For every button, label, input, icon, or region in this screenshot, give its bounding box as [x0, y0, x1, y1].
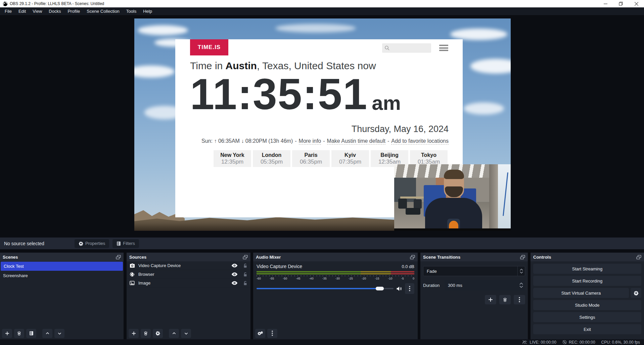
- duration-input[interactable]: 300 ms: [445, 280, 525, 290]
- unlock-icon[interactable]: [243, 263, 247, 268]
- scene-item-screenshare[interactable]: Screenshare: [0, 271, 124, 280]
- close-button[interactable]: [629, 0, 644, 7]
- rec-timer: REC: 00:00:00: [569, 340, 595, 345]
- scenes-list: Clock Test Screenshare: [0, 262, 124, 280]
- filters-button[interactable]: Filters: [112, 239, 139, 248]
- minimize-button[interactable]: [598, 0, 613, 7]
- sun-times: Sun: ↑ 06:35AM ↓ 08:20PM (13h 46m): [201, 138, 293, 144]
- popout-icon[interactable]: [116, 255, 121, 259]
- mixer-options-button[interactable]: [405, 283, 414, 294]
- timeis-clock: 11:35:51 am: [190, 72, 401, 116]
- sources-header: Sources: [127, 253, 250, 261]
- start-recording-button[interactable]: Start Recording: [533, 276, 641, 286]
- separator: -: [295, 138, 296, 144]
- exit-button[interactable]: Exit: [533, 324, 641, 334]
- virtual-camera-settings-button[interactable]: [631, 288, 641, 298]
- dots-vertical-icon: [409, 286, 410, 291]
- start-streaming-button[interactable]: Start Streaming: [533, 264, 641, 274]
- start-virtual-camera-button[interactable]: Start Virtual Camera: [533, 288, 629, 298]
- dots-vertical-icon: [272, 331, 273, 336]
- source-toolbar: No source selected Properties Filters: [0, 238, 644, 249]
- live-timer: LIVE: 00:00:00: [530, 340, 556, 345]
- cloud-decoration: [470, 59, 511, 74]
- move-source-down-button[interactable]: [181, 329, 191, 338]
- cpu-fps-stats: CPU: 0.6%, 30.00 fps: [601, 340, 640, 345]
- move-scene-down-button[interactable]: [54, 329, 64, 338]
- source-row-video-capture[interactable]: Video Capture Device: [127, 261, 250, 270]
- program-preview[interactable]: TIME.IS Time in Austin, Texas, United St…: [134, 18, 511, 231]
- restore-button[interactable]: [613, 0, 629, 7]
- gear-icon: [155, 331, 160, 336]
- mixer-channel: Video Capture Device 0.0 dB -60-55-50-45…: [253, 261, 418, 294]
- controls-title: Controls: [533, 255, 551, 260]
- more-info-link: More info: [299, 138, 321, 144]
- scene-transitions-panel: Scene Transitions Fade Duration 300 ms: [420, 253, 528, 339]
- volume-slider[interactable]: [257, 288, 394, 289]
- mixer-menu-button[interactable]: [267, 329, 277, 338]
- menu-profile[interactable]: Profile: [64, 7, 83, 15]
- city-box: Paris06:35pm: [292, 150, 330, 167]
- popout-icon[interactable]: [410, 255, 415, 259]
- menu-help[interactable]: Help: [140, 7, 155, 15]
- move-scene-up-button[interactable]: [42, 329, 52, 338]
- cloud-decoration: [450, 29, 507, 40]
- cloud-decoration: [138, 25, 188, 35]
- window-titlebar: OBS 29.1.2 - Profile: LLHLS BETA - Scene…: [0, 0, 644, 7]
- menu-docks[interactable]: Docks: [45, 7, 64, 15]
- transition-select[interactable]: Fade: [423, 266, 525, 276]
- dots-vertical-icon: [519, 297, 520, 302]
- transition-properties-button[interactable]: [514, 295, 525, 304]
- audio-mixer-header: Audio Mixer: [253, 253, 418, 261]
- popout-icon[interactable]: [636, 255, 641, 259]
- select-spinner[interactable]: [517, 266, 525, 276]
- menu-scene-collection[interactable]: Scene Collection: [83, 7, 123, 15]
- record-inactive-icon: [562, 340, 567, 344]
- advanced-audio-button[interactable]: [255, 329, 265, 338]
- scene-item-clock-test[interactable]: Clock Test: [1, 262, 123, 271]
- webcam-chair: [406, 208, 420, 215]
- remove-scene-button[interactable]: [14, 329, 24, 338]
- source-properties-button[interactable]: [153, 329, 163, 338]
- webcam-chair: [414, 199, 422, 209]
- remove-source-button[interactable]: [141, 329, 151, 338]
- visibility-eye-icon[interactable]: [231, 263, 238, 268]
- add-transition-button[interactable]: [485, 295, 496, 304]
- sources-title: Sources: [129, 255, 146, 260]
- webcam-pillar: [489, 164, 498, 228]
- source-row-browser[interactable]: Browser: [127, 270, 250, 279]
- popout-icon[interactable]: [243, 255, 248, 259]
- menu-file[interactable]: File: [1, 7, 15, 15]
- chevron-down-icon: [184, 331, 188, 336]
- city-box: New York12:35pm: [214, 150, 251, 167]
- preview-area: TIME.IS Time in Austin, Texas, United St…: [0, 15, 644, 238]
- menu-view[interactable]: View: [29, 7, 45, 15]
- menu-edit[interactable]: Edit: [15, 7, 29, 15]
- unlock-icon[interactable]: [243, 272, 247, 277]
- controls-header: Controls: [531, 253, 644, 261]
- settings-button[interactable]: Settings: [533, 312, 641, 322]
- scene-filters-button[interactable]: [26, 329, 36, 338]
- source-row-image[interactable]: Image: [127, 279, 250, 288]
- popout-icon[interactable]: [520, 255, 525, 259]
- move-source-up-button[interactable]: [169, 329, 179, 338]
- status-bar: LIVE: 00:00:00 REC: 00:00:00 CPU: 0.6%, …: [0, 339, 644, 345]
- properties-button[interactable]: Properties: [75, 239, 109, 248]
- scenes-header: Scenes: [0, 253, 124, 261]
- unlock-icon[interactable]: [243, 281, 247, 286]
- add-scene-button[interactable]: [2, 329, 12, 338]
- speaker-icon[interactable]: [396, 286, 402, 291]
- studio-mode-button[interactable]: Studio Mode: [533, 300, 641, 310]
- menu-tools[interactable]: Tools: [123, 7, 140, 15]
- chevron-down-icon: [520, 271, 523, 273]
- city-box: Kyiv07:35pm: [331, 150, 369, 167]
- visibility-eye-icon[interactable]: [231, 272, 238, 276]
- filters-label: Filters: [123, 241, 135, 246]
- visibility-eye-icon[interactable]: [231, 281, 238, 285]
- volume-slider-handle[interactable]: [376, 287, 384, 291]
- scenes-title: Scenes: [3, 255, 18, 260]
- make-default-link: Make Austin time default: [327, 138, 385, 144]
- remove-transition-button[interactable]: [499, 295, 511, 304]
- separator: -: [323, 138, 325, 144]
- add-source-button[interactable]: [129, 329, 139, 338]
- mixer-level-db: 0.0 dB: [402, 264, 414, 269]
